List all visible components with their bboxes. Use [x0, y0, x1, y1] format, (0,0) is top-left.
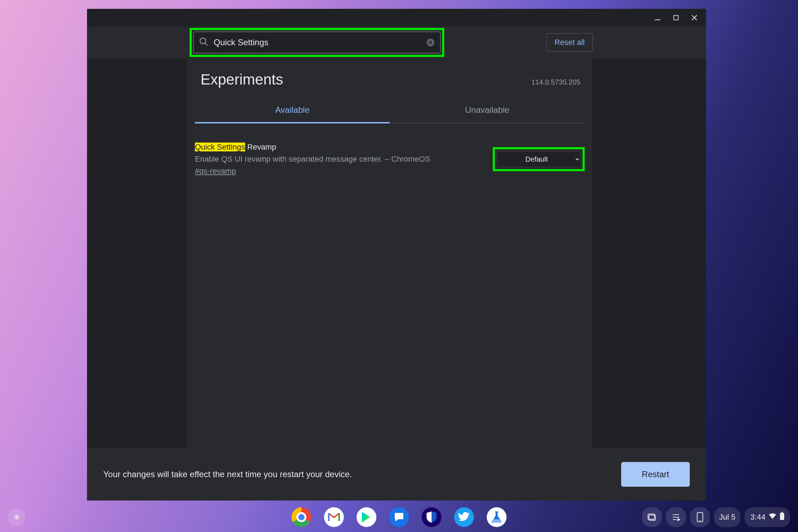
svg-rect-1 [674, 16, 678, 20]
shelf: Jul 5 3:44 [2, 504, 796, 531]
search-box[interactable] [193, 31, 441, 53]
page-title: Experiments [201, 71, 283, 88]
search-input[interactable] [209, 37, 426, 47]
status-area: Jul 5 3:44 [642, 507, 790, 527]
app-window: Reset all Experiments 114.0.5735.205 Ava… [87, 9, 706, 501]
tote-tray-icon[interactable] [642, 507, 662, 527]
launcher-button[interactable] [8, 508, 25, 526]
tab-unavailable[interactable]: Unavailable [390, 97, 585, 123]
phone-hub-icon[interactable] [690, 507, 710, 527]
maximize-button[interactable] [671, 13, 681, 22]
minimize-button[interactable] [653, 13, 662, 22]
experiments-app-icon[interactable] [487, 507, 507, 527]
svg-point-10 [16, 516, 18, 518]
reset-all-button[interactable]: Reset all [546, 33, 593, 52]
tabs: Available Unavailable [195, 97, 585, 123]
gmail-icon[interactable] [324, 507, 344, 527]
footer-bar: Your changes will take effect the next t… [87, 448, 706, 501]
bitwarden-icon[interactable] [422, 507, 441, 527]
footer-message: Your changes will take effect the next t… [103, 469, 352, 479]
close-button[interactable] [690, 13, 699, 22]
svg-rect-19 [781, 512, 783, 513]
clear-search-icon[interactable] [426, 38, 435, 47]
title-bar [87, 9, 706, 27]
flag-title: Quick Settings Revamp [195, 141, 493, 153]
svg-marker-16 [678, 519, 680, 521]
dictation-tray-icon[interactable] [666, 507, 686, 527]
svg-line-5 [205, 43, 208, 46]
restart-button[interactable]: Restart [621, 462, 690, 487]
search-highlight: Quick Settings [195, 143, 245, 151]
search-icon [199, 37, 209, 48]
main-area: Experiments 114.0.5735.205 Available Una… [87, 58, 706, 448]
chrome-icon[interactable] [291, 507, 311, 527]
wifi-icon [768, 513, 777, 522]
flag-row: Quick Settings Revamp Enable QS UI revam… [195, 123, 585, 177]
status-tray[interactable]: 3:44 [745, 507, 790, 527]
twitter-icon[interactable] [454, 507, 474, 527]
play-store-icon[interactable] [357, 507, 376, 527]
clock-text: 3:44 [750, 513, 765, 522]
flag-state-dropdown[interactable]: Default [497, 151, 580, 167]
battery-icon [780, 512, 785, 522]
svg-rect-20 [780, 513, 784, 520]
shelf-apps [291, 507, 507, 527]
version-label: 114.0.5735.205 [531, 78, 585, 86]
svg-point-4 [200, 38, 206, 44]
tab-available[interactable]: Available [195, 97, 390, 123]
annotation-highlight-search [190, 28, 444, 57]
messages-icon[interactable] [389, 507, 409, 527]
annotation-highlight-dropdown: Default [493, 147, 585, 171]
content-panel: Experiments 114.0.5735.205 Available Una… [187, 58, 592, 448]
date-pill[interactable]: Jul 5 [714, 507, 740, 527]
toolbar: Reset all [87, 27, 706, 58]
flag-anchor-link[interactable]: #qs-revamp [195, 167, 236, 175]
flag-description: Enable QS UI revamp with separated messa… [195, 153, 493, 165]
